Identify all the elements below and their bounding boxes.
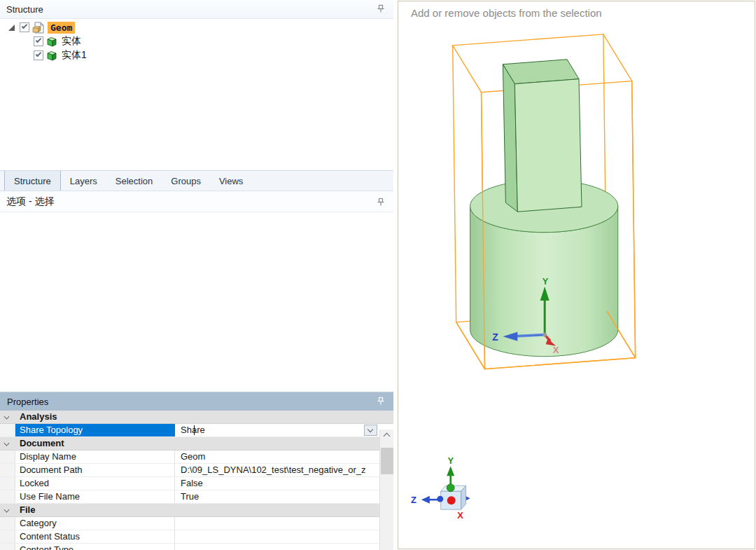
chevron-down-icon (368, 427, 373, 432)
properties-scrollbar[interactable] (379, 429, 393, 550)
structure-panel-header: Structure (0, 0, 393, 19)
property-label[interactable]: Content Status (15, 530, 175, 543)
section-title: Document (15, 437, 64, 450)
structure-panel: Structure Geom (0, 0, 393, 170)
property-row-content-type[interactable]: Content Type (0, 544, 393, 550)
property-label[interactable]: Content Type (15, 544, 175, 550)
structure-tree: Geom 实体 (0, 20, 393, 62)
property-label[interactable]: Locked (15, 477, 175, 490)
3d-scene[interactable]: Y Z X Y (398, 1, 755, 549)
geom-checkbox[interactable] (20, 22, 29, 32)
property-value[interactable] (175, 530, 379, 543)
property-value[interactable] (175, 544, 379, 550)
collapse-chevron-icon[interactable] (4, 414, 10, 420)
tab-structure[interactable]: Structure (4, 171, 61, 191)
tab-selection[interactable]: Selection (106, 171, 162, 191)
properties-panel: Properties Analysis Share Topology Share (0, 392, 393, 550)
section-row-analysis[interactable]: Analysis (0, 411, 393, 424)
triad-y-axis-label: Y (447, 455, 454, 466)
view-orientation-triad[interactable]: Y Z X (411, 455, 470, 521)
origin-y-axis-label: Y (542, 276, 549, 287)
triad-z-axis-label: Z (411, 495, 416, 505)
structure-panel-title: Structure (6, 4, 43, 15)
properties-panel-title: Properties (7, 397, 48, 407)
property-row-content-status[interactable]: Content Status (0, 530, 393, 544)
pin-icon[interactable] (377, 4, 385, 13)
property-label[interactable]: Category (15, 517, 175, 530)
origin-z-axis-label: Z (492, 331, 498, 343)
document-geometry-icon (32, 22, 45, 34)
tab-groups[interactable]: Groups (162, 171, 210, 191)
dropdown-button[interactable] (364, 425, 377, 436)
collapse-chevron-icon[interactable] (4, 441, 10, 446)
property-label[interactable]: Document Path (15, 464, 175, 476)
scrollbar-thumb[interactable] (381, 448, 393, 474)
property-value[interactable]: False (175, 477, 379, 490)
panel-tabstrip: Structure Layers Selection Groups Views (0, 170, 393, 191)
property-label[interactable]: Use File Name (15, 490, 175, 503)
solid-body-icon (46, 36, 59, 48)
tab-views[interactable]: Views (210, 171, 252, 191)
origin-x-axis-label: X (553, 345, 559, 355)
tree-label-body1[interactable]: 实体 (62, 35, 81, 48)
tree-label-body2[interactable]: 实体1 (62, 49, 87, 62)
section-title: File (15, 504, 35, 516)
body-checkbox[interactable] (34, 36, 43, 46)
properties-panel-header: Properties (0, 392, 393, 411)
share-topology-combobox[interactable]: Share (175, 424, 379, 436)
tree-row-geom[interactable]: Geom (0, 20, 393, 34)
tab-layers[interactable]: Layers (61, 171, 106, 191)
scroll-up-button[interactable] (380, 429, 393, 441)
property-value[interactable]: Geom (175, 451, 379, 463)
body1-checkbox[interactable] (34, 50, 43, 60)
box-body[interactable] (503, 60, 582, 212)
options-panel-title: 选项 - 选择 (6, 195, 54, 208)
tree-row-body1[interactable]: 实体 (0, 34, 393, 48)
3d-viewport[interactable]: Y Z X Y (398, 1, 755, 549)
property-value[interactable] (175, 517, 379, 530)
application-window: Structure Geom (0, 0, 756, 550)
combobox-value[interactable]: Share (181, 424, 205, 436)
properties-grid: Analysis Share Topology Share Document (0, 411, 393, 550)
tree-label-geom[interactable]: Geom (48, 22, 75, 34)
property-label[interactable]: Display Name (15, 451, 175, 463)
pin-icon[interactable] (377, 198, 385, 207)
viewport-status-message: Add or remove objects from the selection (411, 7, 602, 19)
section-row-document[interactable]: Document (0, 437, 393, 451)
options-panel-header: 选项 - 选择 (0, 192, 393, 212)
text-caret (194, 425, 195, 435)
property-row-share-topology[interactable]: Share Topology Share (0, 424, 393, 437)
property-label[interactable]: Share Topology (15, 424, 175, 436)
triad-x-axis-label: X (457, 510, 463, 521)
property-row-category[interactable]: Category (0, 517, 393, 530)
property-value[interactable]: True (175, 490, 379, 503)
property-value[interactable]: D:\09_LS_DYNA\102_test\test_negative_or_… (175, 464, 379, 476)
property-row-locked[interactable]: Locked False (0, 477, 393, 490)
expander-icon[interactable] (8, 25, 15, 31)
property-row-display-name[interactable]: Display Name Geom (0, 451, 393, 464)
section-title: Analysis (15, 411, 57, 423)
tree-row-body2[interactable]: 实体1 (0, 48, 393, 62)
section-row-file[interactable]: File (0, 504, 393, 517)
options-selection-panel: 选项 - 选择 (0, 192, 393, 390)
solid-body-icon (46, 50, 59, 62)
property-row-use-file-name[interactable]: Use File Name True (0, 490, 393, 504)
pin-icon[interactable] (377, 397, 385, 406)
property-row-document-path[interactable]: Document Path D:\09_LS_DYNA\102_test\tes… (0, 464, 393, 477)
collapse-chevron-icon[interactable] (4, 507, 10, 513)
